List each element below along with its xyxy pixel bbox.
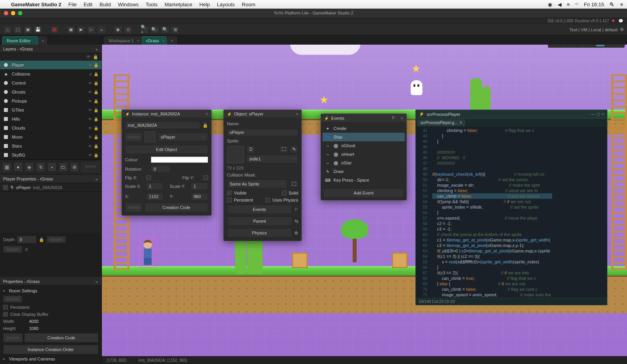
menu-marketplace[interactable]: Marketplace [165,2,192,7]
create-exe-button[interactable]: ▣ [67,26,75,34]
layer-control[interactable]: Control👁🔒 [0,79,101,88]
physics-button[interactable]: Physics [227,228,292,238]
zoom-out-button[interactable]: 🔍- [150,26,159,34]
settings-icon[interactable]: ⚙ [620,27,624,32]
instance-name-input[interactable] [125,121,200,129]
collision-expand-button[interactable]: ⛶ [290,180,298,187]
inherit-depth-button[interactable]: Inherit [47,236,66,243]
lock-icon[interactable]: 🔒 [203,123,208,128]
eye-icon[interactable]: 👁 [88,63,92,67]
add-folder-button[interactable]: 🗀 [59,162,68,172]
sprite-new-button[interactable]: 🗋 [246,146,255,153]
layer-pickups[interactable]: Pickups👁🔒 [0,97,101,106]
lock-icon[interactable]: 🔒 [39,237,44,242]
tab-add[interactable]: + [39,36,47,45]
target-controls[interactable]: Test | VM | Local | default [569,27,618,32]
tab-room-editor[interactable]: Room Editor [2,36,38,45]
zoom-reset-button[interactable]: 🔍 [161,26,169,34]
menu-help[interactable]: Help [199,2,210,7]
event-oghost[interactable]: ↔⬤oGhost [323,141,405,150]
run-button[interactable]: ▶ [77,26,85,34]
close-window-button[interactable] [4,11,8,15]
room-width[interactable]: 4000 [29,319,38,324]
viewports-expand[interactable]: Viewports and Cameras [3,355,98,362]
maximize-code-button[interactable]: ▢ [596,112,600,116]
colour-swatch[interactable] [151,157,208,163]
player-props-header[interactable]: Player Properties - rGrass⌄ [0,175,101,183]
solid-check[interactable] [282,191,286,195]
layers-header[interactable]: Layers - rGrass ⌄ [0,45,101,53]
layer-clouds[interactable]: Clouds👁🔒 [0,124,101,133]
docs-button[interactable]: ⊞ [171,26,179,34]
add-path-layer-button[interactable]: ↯ [36,162,45,172]
volume-icon[interactable]: ◀ [558,2,562,7]
zoom-in-button[interactable]: 🔍+ [140,26,149,34]
tab-rgrass[interactable]: rGrass× [142,36,167,45]
menu-room[interactable]: Room [242,2,256,7]
add-bg-layer-button[interactable]: ▦ [2,162,11,172]
new-button[interactable]: ▢ [13,26,22,34]
event-create[interactable]: ✦Create [323,124,405,133]
instance-sprite-thumb[interactable] [145,132,156,142]
eye-all-icon[interactable]: 👁 [86,54,91,59]
collapse-handle[interactable]: ▸ [412,207,414,213]
add-event-button[interactable]: Add Event [323,188,404,198]
tab-add-workspace[interactable]: + [167,36,177,45]
lock-all-icon[interactable]: 🔒 [93,54,98,59]
layer-collisions[interactable]: ◈Collisions⊘🔒 [0,70,101,79]
code-panel[interactable]: ⚡scrProcessPlayer—▢× scrProcessPlayer.g.… [415,110,607,305]
object-name-input[interactable] [227,128,298,136]
scaley-input[interactable] [191,182,208,190]
clean-button[interactable]: » [97,26,106,34]
events-panel[interactable]: Events⚐× ✦Create 👣Step ↔⬤oGhost ↔⬤oHeart… [321,114,407,200]
edit-object-button[interactable]: Edit Object [125,145,208,154]
spotlight-icon[interactable]: ≡ [567,2,570,7]
layer-gtiles[interactable]: GTiles👁🔒 [0,106,101,115]
sprite-expand-button[interactable]: ⛶ [279,146,288,153]
physics-check[interactable] [265,198,270,202]
y-input[interactable] [191,193,208,200]
inherit-room-button[interactable]: Inherit [3,296,22,303]
event-ostar[interactable]: ↔⬤oStar [323,159,405,167]
close-object-button[interactable]: × [296,112,298,116]
layer-stars[interactable]: Stars👁🔒 [0,142,101,151]
debug-button[interactable]: 🐞 [50,26,59,34]
layer-player[interactable]: Player👁🔒 [0,61,101,70]
add-asset-layer-button[interactable]: ▪ [47,162,56,172]
room-height[interactable]: 1080 [29,326,38,331]
depth-input[interactable] [17,236,36,243]
menu-file[interactable]: File [69,2,77,7]
wifi-icon[interactable]: ⌔ [575,2,578,7]
event-draw[interactable]: ✎Draw [323,167,405,176]
instance-order-button[interactable]: Instance Creation Order [3,345,98,354]
creation-code-button[interactable]: Creation Code [24,333,98,342]
event-keypress[interactable]: ⌨Key Press - Space [323,176,405,184]
events-button[interactable]: Events [227,205,292,214]
layer-skybg[interactable]: SkyBG👁🔒 [0,151,101,160]
add-tile-layer-button[interactable]: ◈ [25,162,34,172]
x-input[interactable] [146,193,163,200]
layer-ghosts[interactable]: Ghosts👁🔒 [0,88,101,97]
menu-edit[interactable]: Edit [84,2,92,7]
save-button[interactable]: 💾 [34,26,42,34]
room-props-header[interactable]: Properties - rGrass⌄ [0,277,101,286]
layer-hills[interactable]: Hills👁🔒 [0,115,101,124]
flipy-check[interactable] [203,175,208,180]
maximize-window-button[interactable] [18,11,22,15]
close-tab-icon[interactable]: × [460,121,462,125]
menu-layouts[interactable]: Layouts [217,2,235,7]
collision-dropdown[interactable]: Same As Sprite⋯ [227,180,287,188]
sync-icon[interactable]: ◉ [548,2,552,7]
player-instance[interactable] [139,238,156,268]
code-editor[interactable]: 41 42 43 44 45 46 47 48 49 50 51 52 53 5… [416,127,607,298]
debug-run-button[interactable]: ▷ [87,26,96,34]
target-icon[interactable]: ⊙ [25,247,28,252]
event-oheart[interactable]: ↔⬤oHeart [323,150,405,159]
close-events-button[interactable]: × [401,116,403,121]
add-instance-layer-button[interactable]: ● [14,162,23,172]
minimize-window-button[interactable] [11,11,15,15]
flipx-check[interactable] [146,175,151,180]
menu-icon[interactable]: ≡ [620,2,623,7]
menu-tools[interactable]: Tools [146,2,158,7]
stop-button[interactable]: ◉ [114,26,122,34]
